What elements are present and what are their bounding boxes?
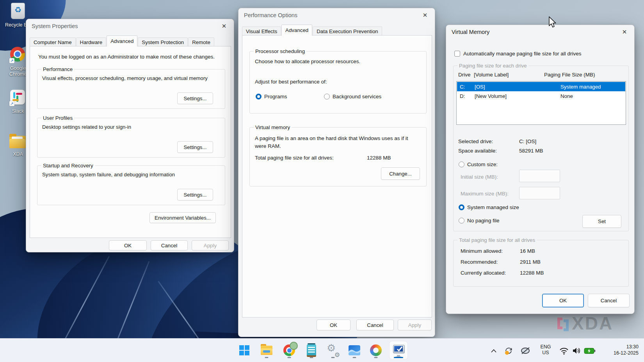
minimum-allowed-label: Minimum allowed: — [461, 248, 503, 254]
tab-advanced[interactable]: Advanced — [107, 35, 137, 46]
close-icon[interactable]: ✕ — [617, 26, 632, 38]
no-paging-file-label[interactable]: No paging file — [467, 218, 500, 224]
tab-hardware[interactable]: Hardware — [76, 37, 107, 46]
recycle-glyph: ♻ — [10, 5, 26, 14]
privacy-eye-off-icon[interactable] — [519, 345, 532, 357]
startup-recovery-settings-button[interactable]: Settings... — [177, 189, 213, 201]
sync-pending-icon[interactable] — [503, 345, 514, 357]
folder-icon — [9, 136, 26, 148]
clock[interactable]: 13:30 16-12-2025 — [614, 344, 639, 356]
hidden-icons-chevron[interactable] — [489, 346, 499, 356]
custom-size-radio[interactable] — [459, 161, 464, 167]
running-indicator — [374, 357, 378, 358]
settings-gears-icon: ⚙ ⚙ — [327, 344, 339, 356]
performance-group: Performance Visual effects, processor sc… — [37, 69, 225, 109]
performance-options-tabs: Visual Effects Advanced Data Execution P… — [242, 25, 382, 35]
environment-variables-button[interactable]: Environment Variables... — [149, 212, 216, 223]
tab-data-execution-prevention[interactable]: Data Execution Prevention — [313, 27, 382, 35]
window-title: Virtual Memory — [452, 29, 489, 35]
group-description: System startup, system failure, and debu… — [42, 172, 175, 177]
group-description: Desktop settings related to your sign-in — [42, 124, 131, 130]
close-icon[interactable]: ✕ — [418, 9, 432, 21]
system-managed-radio[interactable] — [459, 204, 464, 210]
mouse-cursor — [548, 16, 557, 28]
virtual-memory-window: Virtual Memory ✕ Automatically manage pa… — [446, 25, 635, 314]
programs-radio[interactable] — [256, 94, 262, 99]
adjust-prompt: Adjust for best performance of: — [255, 79, 327, 85]
programs-radio-label[interactable]: Programs — [264, 94, 287, 99]
set-button[interactable]: Set — [582, 215, 621, 228]
running-indicator — [288, 357, 291, 358]
drive-row-c[interactable]: C: [OS] System managed — [457, 82, 625, 91]
group-description: Visual effects, processor scheduling, me… — [42, 75, 208, 81]
tab-system-protection[interactable]: System Protection — [138, 37, 188, 46]
language-indicator[interactable]: ENG US — [538, 344, 553, 356]
date: 16-12-2025 — [614, 350, 639, 356]
tab-remote[interactable]: Remote — [188, 37, 214, 46]
auto-manage-label[interactable]: Automatically manage paging file size fo… — [463, 51, 581, 57]
group-title: Virtual memory — [254, 124, 292, 130]
running-indicator — [331, 357, 335, 358]
tab-visual-effects[interactable]: Visual Effects — [242, 27, 281, 35]
system-properties-window: System Properties ✕ Computer Name Hardwa… — [26, 19, 234, 252]
background-services-radio[interactable] — [324, 94, 330, 99]
desktop-icon-label: Google Chrome — [8, 66, 28, 77]
totals-group: Total paging file size for all drives Mi… — [453, 240, 629, 287]
performance-settings-button[interactable]: Settings... — [177, 92, 213, 104]
battery-charging-icon[interactable] — [583, 346, 596, 356]
chevron-up-icon — [491, 349, 496, 353]
start-button[interactable] — [235, 341, 253, 359]
apply-button: Apply — [398, 319, 432, 330]
no-paging-file-radio[interactable] — [459, 218, 464, 224]
change-button[interactable]: Change... — [381, 167, 420, 180]
system-properties-titlebar[interactable]: System Properties ✕ — [26, 19, 234, 33]
group-title: Total paging file size for all drives — [457, 237, 537, 243]
cancel-button[interactable]: Cancel — [151, 240, 188, 250]
system-properties-tabs: Computer Name Hardware Advanced System P… — [30, 35, 215, 46]
shortcut-arrow-icon: ↗ — [9, 58, 14, 63]
color-ring-app-button[interactable] — [367, 341, 385, 359]
startup-recovery-group: Startup and Recovery System startup, sys… — [37, 165, 225, 205]
user-profiles-settings-button[interactable]: Settings... — [177, 141, 213, 153]
ok-button[interactable]: OK — [109, 240, 147, 250]
cancel-button[interactable]: Cancel — [356, 319, 394, 330]
space-available-value: 58291 MB — [519, 148, 543, 154]
watermark-text: XDA — [572, 313, 613, 334]
advanced-tab-page: You must be logged on as an Administrato… — [30, 46, 231, 238]
volume-icon[interactable] — [571, 346, 582, 356]
background-services-radio-label[interactable]: Background services — [333, 94, 381, 99]
settings-button[interactable]: ⚙ ⚙ — [324, 341, 342, 359]
cancel-button[interactable]: Cancel — [588, 294, 630, 307]
auto-manage-checkbox[interactable] — [454, 51, 460, 57]
paging-file-group: Paging file size for each drive Drive [V… — [453, 66, 629, 231]
photos-button[interactable] — [345, 341, 363, 359]
advanced-tab-page: Processor scheduling Choose how to alloc… — [242, 35, 432, 318]
paging-size: None — [560, 93, 573, 99]
drive-row-d[interactable]: D: [New Volume] None — [457, 91, 625, 101]
system-properties-taskbar-button[interactable] — [390, 341, 407, 359]
time: 13:30 — [614, 344, 639, 350]
running-indicator — [310, 357, 313, 358]
system-properties-app-icon — [393, 345, 404, 356]
recommended-label: Recommended: — [461, 259, 498, 265]
notepad-button[interactable] — [302, 341, 320, 359]
file-explorer-button[interactable] — [258, 341, 276, 359]
processor-description: Choose how to allocate processor resourc… — [255, 59, 360, 64]
close-icon[interactable]: ✕ — [217, 20, 231, 32]
wifi-icon[interactable] — [558, 346, 570, 356]
tab-advanced[interactable]: Advanced — [281, 25, 312, 35]
virtual-memory-titlebar[interactable]: Virtual Memory ✕ — [446, 25, 634, 39]
recommended-value: 2911 MB — [520, 259, 541, 265]
performance-options-titlebar[interactable]: Performance Options ✕ — [238, 8, 435, 22]
chrome-button[interactable] — [280, 341, 298, 359]
space-available-label: Space available: — [458, 148, 497, 154]
group-title: Startup and Recovery — [41, 163, 95, 169]
drive-listbox[interactable]: C: [OS] System managed D: [New Volume] N… — [456, 81, 626, 125]
ok-button[interactable]: OK — [317, 319, 350, 330]
custom-size-label[interactable]: Custom size: — [467, 161, 498, 167]
watermark-right-bracket-icon — [564, 319, 569, 331]
system-managed-label[interactable]: System managed size — [467, 204, 519, 210]
ok-button[interactable]: OK — [542, 294, 584, 307]
tab-computer-name[interactable]: Computer Name — [30, 37, 76, 46]
paging-size: System managed — [560, 84, 601, 90]
